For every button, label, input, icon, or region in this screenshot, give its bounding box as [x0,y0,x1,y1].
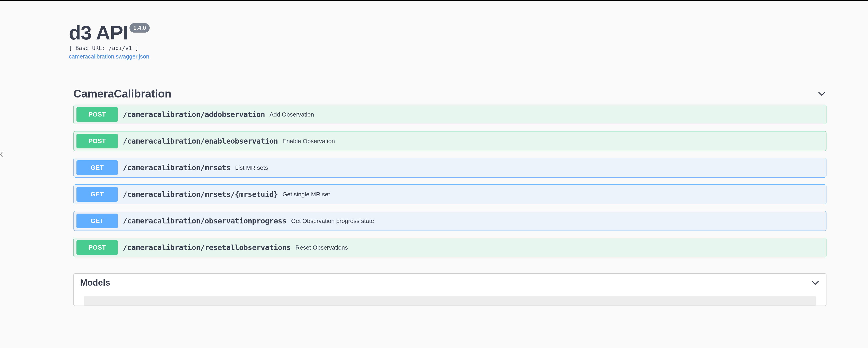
op-path: /cameracalibration/enableobservation [123,137,278,145]
method-badge: GET [76,160,118,175]
version-badge: 1.4.0 [129,23,150,33]
model-row[interactable] [84,297,816,306]
op-path: /cameracalibration/resetallobservations [123,243,291,252]
method-badge: POST [76,134,118,148]
method-badge: GET [76,214,118,228]
spec-link[interactable]: cameracalibration.swagger.json [69,53,149,60]
op-summary: Get Observation progress state [291,217,374,224]
method-badge: POST [76,240,118,255]
tag-name: CameraCalibration [73,88,172,100]
op-mrsets[interactable]: GET /cameracalibration/mrsets List MR se… [73,158,827,178]
drawer-toggle[interactable] [0,152,3,158]
op-path: /cameracalibration/mrsets [123,163,230,172]
models-header[interactable]: Models [74,274,826,292]
operation-list: POST /cameracalibration/addobservation A… [73,105,827,257]
op-enableobservation[interactable]: POST /cameracalibration/enableobservatio… [73,131,827,151]
method-badge: POST [76,107,118,122]
op-addobservation[interactable]: POST /cameracalibration/addobservation A… [73,105,827,124]
op-path: /cameracalibration/addobservation [123,110,265,119]
op-summary: List MR sets [235,164,268,171]
chevron-down-icon [817,89,827,98]
method-badge: GET [76,187,118,202]
op-summary: Enable Observation [283,138,335,145]
op-mrset-single[interactable]: GET /cameracalibration/mrsets/{mrsetuid}… [73,184,827,204]
op-path: /cameracalibration/mrsets/{mrsetuid} [123,190,278,199]
chevron-down-icon [811,278,820,287]
base-url: [ Base URL: /api/v1 ] [69,45,831,51]
op-observationprogress[interactable]: GET /cameracalibration/observationprogre… [73,211,827,231]
api-title: d3 API [69,21,128,44]
op-resetallobservations[interactable]: POST /cameracalibration/resetallobservat… [73,238,827,257]
tag-section: CameraCalibration POST /cameracalibratio… [69,85,831,257]
models-title: Models [80,278,110,288]
models-section: Models [69,273,831,306]
op-summary: Add Observation [270,111,314,118]
op-summary: Reset Observations [296,244,348,251]
tag-header[interactable]: CameraCalibration [73,85,827,105]
api-info: d3 API 1.4.0 [ Base URL: /api/v1 ] camer… [69,21,831,60]
op-summary: Get single MR set [283,191,330,198]
models-body [74,292,826,306]
op-path: /cameracalibration/observationprogress [123,216,286,225]
